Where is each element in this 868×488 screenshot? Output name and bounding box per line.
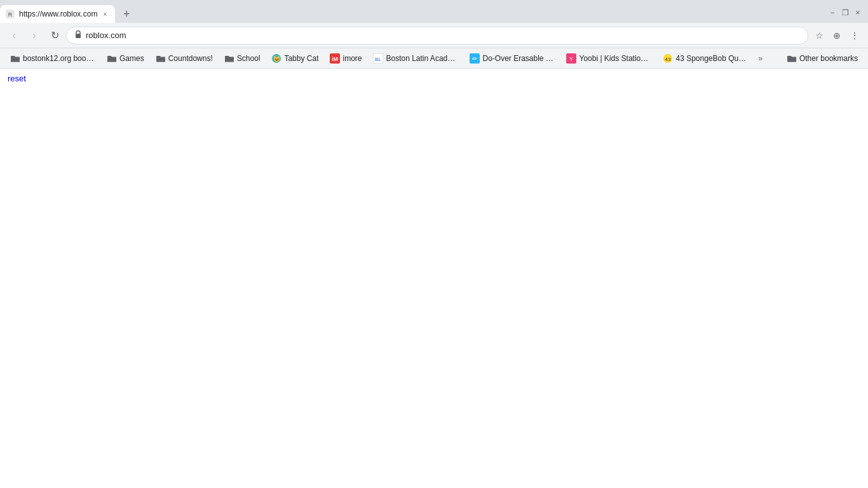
bookmark-label: bostonk12.org bookmarks	[23, 54, 95, 63]
svg-text:🐱: 🐱	[273, 55, 281, 63]
bostonlatin-favicon: BL	[373, 53, 383, 64]
lock-icon	[74, 30, 82, 41]
tab-close-button[interactable]: ×	[100, 9, 110, 19]
address-bar[interactable]: roblox.com	[66, 27, 808, 44]
tab-favicon: R	[5, 9, 15, 19]
svg-text:✏: ✏	[472, 55, 478, 62]
imore-favicon: iM	[330, 53, 340, 64]
spongebob-favicon: 43	[663, 53, 673, 64]
tab-title: https://www.roblox.com	[19, 10, 97, 18]
active-tab[interactable]: R https://www.roblox.com ×	[0, 5, 115, 23]
svg-text:BL: BL	[376, 57, 382, 62]
bookmark-label: Do-Over Erasable H…	[482, 54, 555, 63]
bookmark-doover[interactable]: ✏ Do-Over Erasable H…	[465, 51, 560, 66]
bookmark-label: imore	[342, 54, 362, 63]
bookmark-tabbycat[interactable]: 🐱 Tabby Cat	[266, 51, 323, 66]
browser-window: R https://www.roblox.com × + − ❐ × ‹ › ↻	[0, 0, 868, 488]
bookmark-label: Yoobi | Kids Station…	[579, 54, 651, 63]
svg-rect-2	[76, 34, 81, 38]
minimize-button[interactable]: −	[827, 8, 837, 18]
bookmark-label: School	[237, 54, 261, 63]
bookmark-label: Games	[119, 54, 144, 63]
svg-text:43: 43	[665, 57, 671, 62]
bookmark-label: Countdowns!	[168, 54, 213, 63]
bookmarks-bar: bostonk12.org bookmarks Games Countdowns…	[0, 48, 868, 69]
folder-icon	[107, 53, 117, 64]
yoobi-favicon: Y	[566, 53, 576, 64]
forward-button[interactable]: ›	[25, 27, 43, 44]
other-bookmarks-label: Other bookmarks	[799, 54, 858, 63]
bookmark-label: Tabby Cat	[284, 54, 318, 63]
other-bookmarks-folder-icon	[787, 53, 797, 64]
restore-button[interactable]: ❐	[840, 8, 850, 18]
bookmark-bostonk12[interactable]: bostonk12.org bookmarks	[5, 51, 100, 66]
folder-icon	[224, 53, 234, 64]
back-button[interactable]: ‹	[5, 27, 23, 44]
extensions-button[interactable]: ⊕	[829, 27, 845, 44]
address-actions: ☆ ⊕ ⋮	[811, 27, 863, 44]
bookmark-countdowns[interactable]: Countdowns!	[151, 51, 218, 66]
svg-text:iM: iM	[332, 56, 338, 62]
new-tab-button[interactable]: +	[118, 5, 135, 23]
title-bar: R https://www.roblox.com × + − ❐ ×	[0, 0, 868, 23]
star-button[interactable]: ☆	[811, 27, 827, 44]
bookmark-spongebob[interactable]: 43 43 SpongeBob Quo…	[658, 51, 753, 66]
reload-button[interactable]: ↻	[46, 27, 64, 44]
url-display: roblox.com	[86, 30, 800, 40]
reset-link[interactable]: reset	[8, 74, 26, 83]
navigation-bar: ‹ › ↻ roblox.com ☆ ⊕ ⋮	[0, 23, 868, 48]
bookmark-school[interactable]: School	[219, 51, 266, 66]
other-bookmarks[interactable]: Other bookmarks	[782, 51, 863, 66]
bookmarks-overflow-button[interactable]: »	[754, 51, 766, 65]
bookmark-label: Boston Latin Acade…	[386, 54, 458, 63]
svg-text:R: R	[8, 11, 13, 18]
overflow-label: »	[758, 54, 763, 63]
bookmark-games[interactable]: Games	[102, 51, 149, 66]
menu-button[interactable]: ⋮	[846, 27, 863, 44]
page-content: reset	[0, 69, 868, 488]
bookmark-imore[interactable]: iM imore	[325, 51, 367, 66]
window-controls: − ❐ ×	[822, 0, 868, 23]
doover-favicon: ✏	[470, 53, 480, 64]
folder-icon	[156, 53, 166, 64]
bookmark-bostonlatin[interactable]: BL Boston Latin Acade…	[368, 51, 463, 66]
bookmark-yoobi[interactable]: Y Yoobi | Kids Station…	[561, 51, 656, 66]
bookmark-label: 43 SpongeBob Quo…	[675, 54, 748, 63]
folder-icon	[10, 53, 20, 64]
close-button[interactable]: ×	[853, 8, 863, 18]
tabbycat-favicon: 🐱	[271, 53, 281, 64]
tab-strip: R https://www.roblox.com × +	[0, 0, 822, 23]
svg-text:Y: Y	[569, 56, 573, 62]
